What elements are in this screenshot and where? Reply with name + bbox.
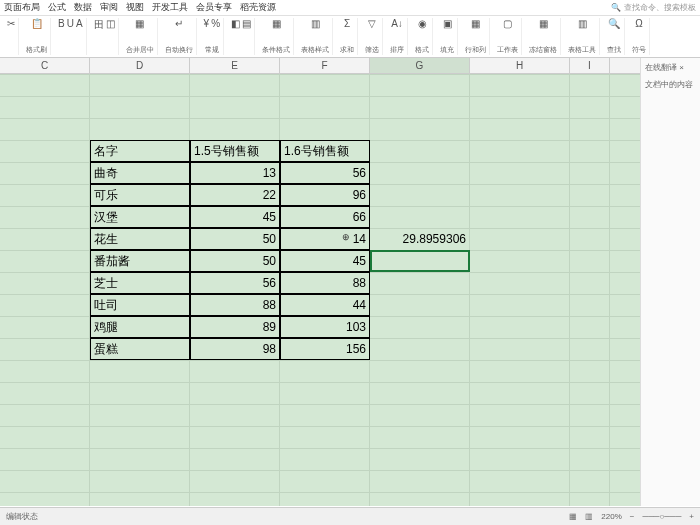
table-cell[interactable]: 88 xyxy=(190,294,280,316)
column-header-E[interactable]: E xyxy=(190,58,280,73)
ribbon-button[interactable]: 🔍 xyxy=(608,18,620,29)
search-box[interactable]: 🔍 查找命令、搜索模板 xyxy=(611,2,696,13)
table-cell[interactable]: 14 xyxy=(280,228,370,250)
ribbon-button[interactable]: ◫ xyxy=(106,18,115,32)
ribbon-label: 常规 xyxy=(205,45,219,55)
menu-item[interactable]: 会员专享 xyxy=(196,1,232,14)
ribbon-group: ▥表格工具 xyxy=(565,18,600,55)
table-cell[interactable]: 50 xyxy=(190,250,280,272)
table-cell[interactable]: 56 xyxy=(280,162,370,184)
column-header-D[interactable]: D xyxy=(90,58,190,73)
ribbon-button[interactable]: 📋 xyxy=(31,18,43,29)
column-header-C[interactable]: C xyxy=(0,58,90,73)
grid[interactable]: 名字1.5号销售额1.6号销售额曲奇1356可乐2296汉堡4566花生5014… xyxy=(0,74,640,506)
ribbon-label: 筛选 xyxy=(365,45,379,55)
menu-item[interactable]: 视图 xyxy=(126,1,144,14)
table-cell[interactable]: 98 xyxy=(190,338,280,360)
column-header-G[interactable]: G xyxy=(370,58,470,73)
ribbon-label: 合并居中 xyxy=(126,45,154,55)
ribbon-button[interactable]: ▢ xyxy=(503,18,512,29)
table-header-cell[interactable]: 1.5号销售额 xyxy=(190,140,280,162)
table-cell[interactable]: 吐司 xyxy=(90,294,190,316)
fill-handle-icon[interactable]: ⊕ xyxy=(342,232,350,242)
zoom-out-icon[interactable]: − xyxy=(630,512,635,521)
menu-item[interactable]: 开发工具 xyxy=(152,1,188,14)
ribbon-button[interactable]: ▥ xyxy=(578,18,587,29)
zoom-level[interactable]: 220% xyxy=(601,512,621,521)
ribbon-button[interactable]: ↵ xyxy=(175,18,183,29)
column-header-I[interactable]: I xyxy=(570,58,610,73)
menu-item[interactable]: 稻壳资源 xyxy=(240,1,276,14)
cell-g-value[interactable]: 29.8959306 xyxy=(370,228,470,250)
table-cell[interactable]: 蛋糕 xyxy=(90,338,190,360)
ribbon-button[interactable]: U xyxy=(67,18,74,29)
table-cell[interactable]: 鸡腿 xyxy=(90,316,190,338)
table-cell[interactable]: 花生 xyxy=(90,228,190,250)
ribbon-button[interactable]: Σ xyxy=(344,18,350,29)
table-cell[interactable]: 103 xyxy=(280,316,370,338)
ribbon-group: 🔍查找 xyxy=(604,18,625,55)
search-placeholder: 查找命令、搜索模板 xyxy=(624,2,696,13)
zoom-in-icon[interactable]: + xyxy=(689,512,694,521)
ribbon-label: 填充 xyxy=(440,45,454,55)
menu-item[interactable]: 页面布局 xyxy=(4,1,40,14)
ribbon-button[interactable]: ▦ xyxy=(539,18,548,29)
column-header-H[interactable]: H xyxy=(470,58,570,73)
column-headers: CDEFGHI xyxy=(0,58,640,74)
ribbon-group: ▢工作表 xyxy=(494,18,522,55)
view-icon[interactable]: ▥ xyxy=(585,512,593,521)
selected-cell[interactable] xyxy=(370,250,470,272)
table-cell[interactable]: 89 xyxy=(190,316,280,338)
table-cell[interactable]: 50 xyxy=(190,228,280,250)
ribbon-button[interactable]: ▦ xyxy=(272,18,281,29)
ribbon: ✂📋格式刷BUA田◫▦合并居中↵自动换行¥%常规◧▤▦条件格式▥表格样式Σ求和▽… xyxy=(0,16,700,58)
ribbon-button[interactable]: ¥ xyxy=(204,18,210,29)
ribbon-button[interactable]: ◧ xyxy=(231,18,240,29)
table-cell[interactable]: 88 xyxy=(280,272,370,294)
table-cell[interactable]: 曲奇 xyxy=(90,162,190,184)
table-cell[interactable]: 13 xyxy=(190,162,280,184)
table-cell[interactable]: 45 xyxy=(280,250,370,272)
table-header-cell[interactable]: 1.6号销售额 xyxy=(280,140,370,162)
spreadsheet[interactable]: CDEFGHI 名字1.5号销售额1.6号销售额曲奇1356可乐2296汉堡45… xyxy=(0,58,640,506)
view-icon[interactable]: ▦ xyxy=(569,512,577,521)
ribbon-button[interactable]: A↓ xyxy=(391,18,403,29)
table-cell[interactable]: 番茄酱 xyxy=(90,250,190,272)
ribbon-button[interactable]: Ω xyxy=(635,18,642,29)
table-cell[interactable]: 汉堡 xyxy=(90,206,190,228)
menu-item[interactable]: 公式 xyxy=(48,1,66,14)
ribbon-group: ◧▤ xyxy=(228,18,255,55)
side-panel-sub: 文档中的内容 xyxy=(645,79,696,90)
ribbon-button[interactable]: B xyxy=(58,18,65,29)
ribbon-button[interactable]: 田 xyxy=(94,18,104,32)
table-cell[interactable]: 56 xyxy=(190,272,280,294)
ribbon-group: A↓排序 xyxy=(387,18,408,55)
table-cell[interactable]: 96 xyxy=(280,184,370,206)
ribbon-label: 求和 xyxy=(340,45,354,55)
menu-item[interactable]: 审阅 xyxy=(100,1,118,14)
ribbon-button[interactable]: ▤ xyxy=(242,18,251,29)
zoom-slider[interactable]: ───○─── xyxy=(642,512,681,521)
ribbon-button[interactable]: ▦ xyxy=(471,18,480,29)
table-cell[interactable]: 44 xyxy=(280,294,370,316)
menu-item[interactable]: 数据 xyxy=(74,1,92,14)
table-cell[interactable]: 可乐 xyxy=(90,184,190,206)
ribbon-label: 符号 xyxy=(632,45,646,55)
table-cell[interactable]: 45 xyxy=(190,206,280,228)
table-cell[interactable]: 芝士 xyxy=(90,272,190,294)
ribbon-button[interactable]: A xyxy=(76,18,83,29)
ribbon-button[interactable]: ▽ xyxy=(368,18,376,29)
ribbon-button[interactable]: % xyxy=(211,18,220,29)
column-header-F[interactable]: F xyxy=(280,58,370,73)
table-cell[interactable]: 156 xyxy=(280,338,370,360)
ribbon-button[interactable]: ▥ xyxy=(311,18,320,29)
table-header-cell[interactable]: 名字 xyxy=(90,140,190,162)
ribbon-button[interactable]: ✂ xyxy=(7,18,15,29)
ribbon-button[interactable]: ▣ xyxy=(443,18,452,29)
ribbon-label: 格式刷 xyxy=(26,45,47,55)
table-cell[interactable]: 22 xyxy=(190,184,280,206)
ribbon-group: ▥表格样式 xyxy=(298,18,333,55)
table-cell[interactable]: 66 xyxy=(280,206,370,228)
ribbon-button[interactable]: ▦ xyxy=(135,18,144,29)
ribbon-button[interactable]: ◉ xyxy=(418,18,427,29)
